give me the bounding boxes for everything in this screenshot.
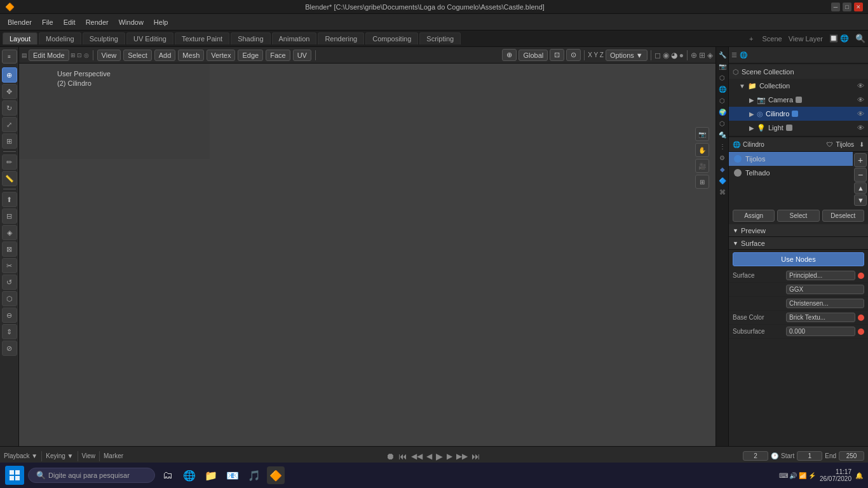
move-down-btn[interactable]: ▼ [854, 194, 867, 206]
extrude-tool[interactable]: ⬆ [2, 192, 17, 207]
step-back-btn[interactable]: ◀◀ [411, 452, 423, 461]
rip-object[interactable]: ⬡ [717, 118, 728, 128]
jump-start-btn[interactable]: ⏮ [398, 451, 407, 461]
add-material-btn[interactable]: + [854, 153, 867, 167]
tree-item-light[interactable]: ▶ 💡 Light 👁 [729, 121, 868, 135]
view-menu-tl[interactable]: View [82, 452, 96, 459]
use-nodes-button[interactable]: Use Nodes [733, 252, 864, 266]
rip-render[interactable]: 📷 [717, 61, 728, 71]
knife-tool[interactable]: ✂ [2, 258, 17, 273]
taskbar-spotify[interactable]: 🎵 [245, 466, 263, 484]
pan-btn[interactable]: ✋ [695, 143, 709, 157]
bevel-tool[interactable]: ◈ [2, 225, 17, 240]
proportional-edit[interactable]: ⊙ [566, 49, 581, 61]
collection-eye-icon[interactable]: 👁 [857, 82, 864, 90]
taskbar-files[interactable]: 📁 [202, 466, 220, 484]
close-button[interactable]: ✕ [854, 3, 863, 11]
menu-window[interactable]: Window [114, 17, 149, 27]
face-menu[interactable]: Face [266, 50, 290, 61]
christensen-value[interactable]: Christensen... [786, 299, 864, 308]
transform-tool[interactable]: ⊞ [2, 133, 17, 149]
menu-blender[interactable]: Blender [3, 17, 37, 27]
tree-item-collection[interactable]: ▼ 📁 Collection 👁 [729, 79, 868, 93]
pushpull-tool[interactable]: ⇕ [2, 324, 17, 339]
rip-tool[interactable]: ⊘ [2, 341, 17, 356]
play-btn[interactable]: ▶ [436, 451, 443, 461]
rip-particles[interactable]: ⋮ [717, 141, 728, 151]
rotate-tool[interactable]: ↻ [2, 100, 17, 116]
measure-tool[interactable]: 📏 [2, 171, 17, 186]
mesh-menu[interactable]: Mesh [178, 50, 204, 61]
tab-rendering[interactable]: Rendering [318, 32, 364, 44]
show-gizmo-btn[interactable]: ⊕ [691, 51, 697, 60]
maximize-button[interactable]: □ [843, 3, 851, 11]
edge-menu[interactable]: Edge [238, 50, 263, 61]
scene-selector[interactable]: Scene [763, 35, 782, 43]
edit-mode-dropdown[interactable]: Edit Mode [29, 50, 69, 61]
tab-texture-paint[interactable]: Texture Paint [175, 32, 229, 44]
viewport-canvas[interactable]: Y X User Perspective (2) Cilindro 📷 ✋ 🎥 [19, 64, 715, 446]
rip-world[interactable]: 🌍 [717, 107, 728, 117]
keying-menu[interactable]: Keying ▼ [46, 452, 73, 459]
move-tool[interactable]: ✥ [2, 84, 17, 99]
taskbar-search[interactable]: 🔍 Digite aqui para pesquisar [28, 468, 155, 483]
preview-section[interactable]: Preview [729, 224, 868, 237]
jump-end-btn[interactable]: ⏭ [471, 451, 480, 461]
rip-view-layer[interactable]: 🌐 [717, 84, 728, 94]
base-color-value[interactable]: Brick Textu... [786, 313, 855, 322]
uv-menu[interactable]: UV [293, 50, 311, 61]
scale-tool[interactable]: ⤢ [2, 117, 17, 132]
rip-material[interactable]: ◆ [717, 164, 728, 174]
step-forward-btn[interactable]: ▶▶ [456, 452, 468, 461]
surface-prop-value[interactable]: Principled... [786, 271, 855, 280]
material-filter-icon[interactable]: ⬇ [859, 141, 864, 148]
inset-tool[interactable]: ⊟ [2, 208, 17, 224]
cilindro-eye-icon[interactable]: 👁 [857, 110, 864, 118]
tab-scripting[interactable]: Scripting [419, 32, 461, 44]
taskbar-email[interactable]: 📧 [224, 466, 241, 484]
xray-btn[interactable]: ◈ [707, 51, 713, 60]
subsurface-value[interactable]: 0.000 [786, 327, 855, 336]
material-item-telhado[interactable]: Telhado [729, 166, 853, 180]
camera-view-btn[interactable]: 📷 [695, 127, 709, 141]
light-eye-icon[interactable]: 👁 [857, 124, 864, 132]
options-btn[interactable]: Options ▼ [606, 50, 648, 61]
marker-menu[interactable]: Marker [104, 452, 123, 459]
spin-tool[interactable]: ↺ [2, 274, 17, 290]
show-overlays-btn[interactable]: ⊞ [699, 51, 705, 60]
shear-tool[interactable]: ⬡ [2, 291, 17, 306]
shrink-tool[interactable]: ⊖ [2, 308, 17, 323]
rip-modifiers[interactable]: 🔩 [717, 130, 728, 140]
annotate-tool[interactable]: ✏ [2, 154, 17, 170]
wireframe-btn[interactable]: ◻ [654, 51, 661, 60]
menu-render[interactable]: Render [81, 17, 114, 27]
menu-help[interactable]: Help [149, 17, 173, 27]
transform-orientation[interactable]: Global [519, 50, 548, 61]
deselect-btn[interactable]: Deselect [822, 210, 864, 222]
solid-btn[interactable]: ◉ [663, 51, 669, 60]
snapping[interactable]: ⊡ [550, 49, 564, 61]
mode-dropdown[interactable]: ≡ [2, 50, 17, 64]
transform-pivot[interactable]: ⊕ [502, 49, 517, 61]
camera-track-btn[interactable]: 🎥 [695, 159, 709, 173]
rip-constraints[interactable]: 🔷 [717, 175, 728, 186]
tab-animation[interactable]: Animation [272, 32, 317, 44]
start-button[interactable] [5, 466, 24, 485]
assign-btn[interactable]: Assign [733, 210, 775, 222]
collections-btn[interactable]: ⊞ [695, 175, 709, 189]
tab-sculpting[interactable]: Sculpting [83, 32, 125, 44]
add-menu[interactable]: Add [154, 50, 176, 61]
menu-edit[interactable]: Edit [58, 17, 81, 27]
material-item-tijolos[interactable]: Tijolos [729, 152, 853, 166]
tab-layout[interactable]: Layout [3, 32, 37, 44]
taskbar-browser[interactable]: 🌐 [180, 466, 198, 484]
minimize-button[interactable]: ─ [831, 3, 840, 11]
tree-item-camera[interactable]: ▶ 📷 Camera 👁 [729, 93, 868, 107]
loopcut-tool[interactable]: ⊠ [2, 241, 17, 257]
remove-material-btn[interactable]: − [854, 168, 867, 182]
tab-shading[interactable]: Shading [231, 32, 270, 44]
next-key-btn[interactable]: ▶ [447, 452, 452, 461]
add-workspace-button[interactable]: + [749, 35, 753, 43]
camera-eye-icon[interactable]: 👁 [857, 96, 864, 104]
taskbar-blender[interactable]: 🔶 [267, 466, 285, 484]
